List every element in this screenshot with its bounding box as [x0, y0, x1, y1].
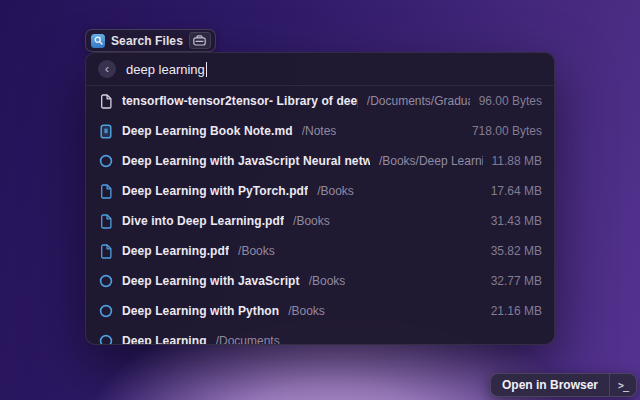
file-path: /Books/Deep Learning wi... — [379, 154, 483, 168]
badge-label: Search Files — [111, 34, 183, 48]
file-size: 21.16 MB — [491, 304, 542, 318]
results-list: tensorflow-tensor2tensor- Library of dee… — [86, 86, 554, 344]
circle-icon — [98, 334, 113, 345]
search-files-badge[interactable]: Search Files — [85, 29, 216, 52]
circle-icon — [98, 154, 113, 169]
file-result-row[interactable]: Deep Learning/Documents — [86, 326, 554, 344]
file-path: /Books — [238, 244, 275, 258]
terminal-prompt-key-icon: >_ — [609, 374, 636, 396]
tray-icon[interactable] — [189, 32, 211, 49]
file-path: /Notes — [302, 124, 337, 138]
file-result-row[interactable]: tensorflow-tensor2tensor- Library of dee… — [86, 86, 554, 116]
file-size: 35.82 MB — [491, 244, 542, 258]
file-path: /Books — [317, 184, 354, 198]
file-title: Deep Learning.pdf — [122, 244, 229, 258]
file-blue-icon — [98, 214, 113, 229]
file-result-row[interactable]: Deep Learning Book Note.md/Notes718.00 B… — [86, 116, 554, 146]
file-title: Deep Learning with JavaScript Neural net… — [122, 154, 370, 168]
text-cursor — [206, 62, 208, 77]
open-in-browser-button[interactable]: Open in Browser >_ — [490, 373, 637, 397]
search-files-window: ‹ deep learning tensorflow-tensor2tensor… — [85, 52, 555, 345]
file-result-row[interactable]: Deep Learning with JavaScript Neural net… — [86, 146, 554, 176]
search-query-text: deep learning — [126, 62, 205, 77]
circle-icon — [98, 274, 113, 289]
file-result-row[interactable]: Dive into Deep Learning.pdf/Books31.43 M… — [86, 206, 554, 236]
file-gray-icon — [98, 94, 113, 109]
file-blue-icon — [98, 244, 113, 259]
search-files-app-icon — [91, 34, 105, 48]
file-size: 31.43 MB — [491, 214, 542, 228]
file-size: 96.00 Bytes — [479, 94, 542, 108]
file-result-row[interactable]: Deep Learning.pdf/Books35.82 MB — [86, 236, 554, 266]
file-path: /Documents — [216, 334, 280, 344]
file-result-row[interactable]: Deep Learning with PyTorch.pdf/Books17.6… — [86, 176, 554, 206]
file-path: /Documents/Graduate S... — [367, 94, 470, 108]
file-size: 718.00 Bytes — [472, 124, 542, 138]
open-in-browser-label: Open in Browser — [491, 374, 609, 396]
markdown-icon — [98, 124, 113, 139]
file-result-row[interactable]: Deep Learning with Python/Books21.16 MB — [86, 296, 554, 326]
search-input[interactable]: deep learning — [126, 62, 207, 77]
file-title: Deep Learning with Python — [122, 304, 279, 318]
file-title: Deep Learning Book Note.md — [122, 124, 293, 138]
file-path: /Books — [288, 304, 325, 318]
file-path: /Books — [309, 274, 346, 288]
file-path: /Books — [293, 214, 330, 228]
file-result-row[interactable]: Deep Learning with JavaScript/Books32.77… — [86, 266, 554, 296]
search-bar: ‹ deep learning — [86, 53, 554, 86]
file-size: 17.64 MB — [491, 184, 542, 198]
file-blue-icon — [98, 184, 113, 199]
file-size: 32.77 MB — [491, 274, 542, 288]
back-button[interactable]: ‹ — [98, 60, 116, 78]
file-size: 11.88 MB — [492, 154, 542, 168]
file-title: Deep Learning with JavaScript — [122, 274, 300, 288]
file-title: tensorflow-tensor2tensor- Library of dee… — [122, 94, 358, 108]
file-title: Deep Learning with PyTorch.pdf — [122, 184, 308, 198]
circle-icon — [98, 304, 113, 319]
file-title: Deep Learning — [122, 334, 207, 344]
file-title: Dive into Deep Learning.pdf — [122, 214, 284, 228]
